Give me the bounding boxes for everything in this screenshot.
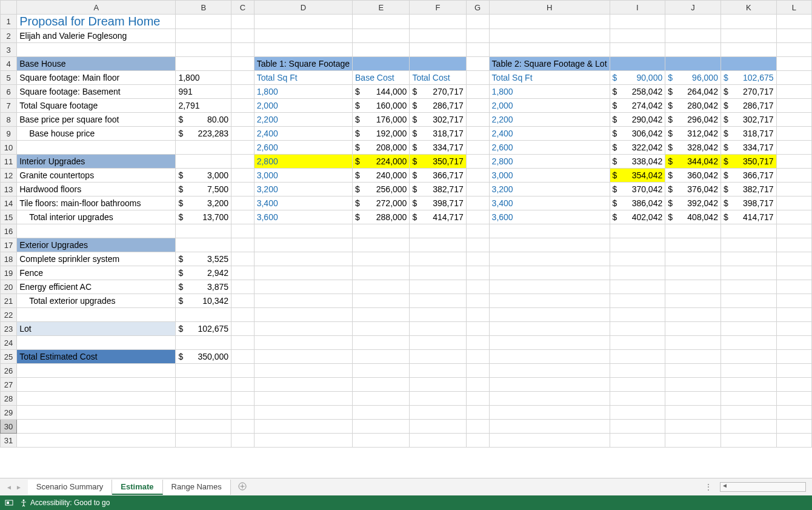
cell[interactable]: $3,525 [176, 252, 231, 266]
cell[interactable]: Granite countertops [17, 169, 176, 183]
cell[interactable] [720, 308, 776, 322]
cell[interactable] [776, 210, 811, 224]
cell[interactable] [776, 196, 811, 210]
cell[interactable] [665, 266, 721, 280]
cell[interactable]: $286,717 [410, 99, 466, 113]
cell[interactable] [17, 336, 176, 350]
cell[interactable]: Table 1: Square Footage [254, 57, 352, 71]
cell[interactable]: Complete sprinkler system [17, 252, 176, 266]
cell[interactable] [466, 406, 489, 420]
cell[interactable] [410, 322, 466, 336]
row-header[interactable]: 23 [1, 322, 17, 336]
cell[interactable] [254, 266, 352, 280]
cell[interactable] [231, 71, 255, 85]
cell[interactable] [231, 169, 255, 183]
cell[interactable] [176, 364, 231, 378]
column-header[interactable]: D [254, 1, 352, 15]
cell[interactable] [254, 238, 352, 252]
cell[interactable]: $102,675 [176, 322, 231, 336]
column-header[interactable]: L [776, 1, 811, 15]
cell[interactable] [720, 294, 776, 308]
cell[interactable] [17, 43, 176, 57]
cell[interactable]: $318,717 [410, 127, 466, 141]
cell[interactable]: Square footage: Basement [17, 85, 176, 99]
cell[interactable] [665, 29, 721, 43]
cell[interactable] [610, 392, 665, 406]
cell[interactable] [410, 29, 466, 43]
cell[interactable] [254, 43, 352, 57]
cell[interactable] [176, 336, 231, 350]
row-header[interactable]: 18 [1, 252, 17, 266]
cell[interactable]: $312,042 [665, 127, 721, 141]
cell[interactable] [231, 280, 255, 294]
cell[interactable]: $296,042 [665, 113, 721, 127]
cell[interactable] [489, 238, 610, 252]
cell[interactable] [254, 364, 352, 378]
cell[interactable] [665, 420, 721, 434]
cell[interactable] [665, 322, 721, 336]
cell[interactable] [466, 266, 489, 280]
cell[interactable] [176, 15, 231, 29]
cell[interactable]: $280,042 [665, 99, 721, 113]
cell[interactable] [776, 378, 811, 392]
cell[interactable] [610, 294, 665, 308]
cell[interactable]: $402,042 [610, 210, 665, 224]
cell[interactable] [610, 15, 665, 29]
cell[interactable] [353, 378, 410, 392]
row-header[interactable]: 21 [1, 294, 17, 308]
cell[interactable]: $344,042 [665, 155, 721, 169]
cell[interactable] [776, 71, 811, 85]
cell[interactable] [176, 57, 231, 71]
cell[interactable] [665, 57, 721, 71]
row-header[interactable]: 6 [1, 85, 17, 99]
cell[interactable]: Base price per square foot [17, 113, 176, 127]
cell[interactable] [720, 406, 776, 420]
row-header[interactable]: 13 [1, 183, 17, 196]
cell[interactable]: Base House [17, 57, 176, 71]
cell[interactable] [489, 406, 610, 420]
cell[interactable] [776, 169, 811, 183]
cell[interactable] [254, 15, 352, 29]
cell[interactable] [231, 392, 255, 406]
cell[interactable] [665, 336, 721, 350]
cell[interactable] [665, 406, 721, 420]
row-header[interactable]: 17 [1, 238, 17, 252]
row-header[interactable]: 19 [1, 266, 17, 280]
cell[interactable] [353, 43, 410, 57]
cell[interactable] [720, 266, 776, 280]
cell[interactable] [720, 378, 776, 392]
cell[interactable]: 2,791 [176, 99, 231, 113]
cell[interactable]: $370,042 [610, 183, 665, 196]
cell[interactable] [665, 308, 721, 322]
cell[interactable] [17, 406, 176, 420]
cell[interactable] [776, 252, 811, 266]
cell[interactable]: $208,000 [353, 141, 410, 155]
cell[interactable] [17, 141, 176, 155]
cell[interactable] [353, 224, 410, 238]
cell[interactable]: $334,717 [720, 141, 776, 155]
cell[interactable] [231, 127, 255, 141]
cell[interactable] [665, 350, 721, 364]
cell[interactable] [466, 378, 489, 392]
cell[interactable] [610, 29, 665, 43]
cell[interactable] [466, 155, 489, 169]
cell[interactable]: $3,000 [176, 169, 231, 183]
cell[interactable]: $392,042 [665, 196, 721, 210]
cell[interactable]: $414,717 [720, 210, 776, 224]
row-header[interactable]: 8 [1, 113, 17, 127]
add-sheet-button[interactable] [231, 482, 254, 492]
cell[interactable]: 3,600 [489, 210, 610, 224]
cell[interactable]: $306,042 [610, 127, 665, 141]
cell[interactable] [410, 350, 466, 364]
cell[interactable]: 2,000 [489, 99, 610, 113]
cell[interactable] [410, 15, 466, 29]
cell[interactable]: $3,200 [176, 196, 231, 210]
cell[interactable] [353, 266, 410, 280]
cell[interactable] [466, 350, 489, 364]
cell[interactable]: 1,800 [254, 85, 352, 99]
cell[interactable]: Proposal for Dream Home [17, 15, 176, 29]
cell[interactable] [776, 434, 811, 448]
cell[interactable] [610, 252, 665, 266]
cell[interactable] [610, 238, 665, 252]
cell[interactable] [776, 183, 811, 196]
